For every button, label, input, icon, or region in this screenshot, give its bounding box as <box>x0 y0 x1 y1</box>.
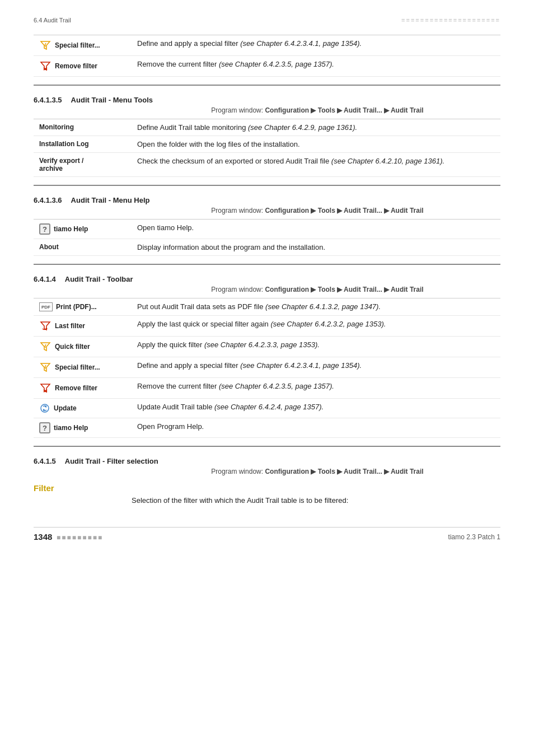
help-icon: ? <box>39 223 50 235</box>
menu-table-136: ? tiamo Help Open tiamo Help. About Disp… <box>34 219 500 256</box>
page-header: 6.4 Audit Trail ===================== <box>34 17 500 24</box>
pdf-icon: PDF <box>39 302 53 311</box>
table-row: PDF Print (PDF)... Put out Audit Trail d… <box>34 298 500 316</box>
monitoring-desc: Define Audit Trail table monitoring (see… <box>132 119 500 136</box>
program-window-142-bold: Configuration ▶ Tools ▶ Audit Trail... ▶… <box>265 468 423 475</box>
table-row: ? tiamo Help Open Program Help. <box>34 418 500 438</box>
section-heading-142: 6.4.1.5 Audit Trail - Filter selection <box>34 457 500 465</box>
svg-marker-13 <box>45 367 46 370</box>
remove-filter-desc-141: Remove the current filter (see Chapter 6… <box>132 378 500 399</box>
remove-filter-desc: Remove the current filter (see Chapter 6… <box>132 56 500 77</box>
section-heading-135: 6.4.1.3.5 Audit Trail - Menu Tools <box>34 96 500 104</box>
section-number-135: 6.4.1.3.5 <box>34 96 62 104</box>
section-number-136: 6.4.1.3.6 <box>34 196 62 204</box>
program-window-142: Program window: Configuration ▶ Tools ▶ … <box>34 468 500 475</box>
svg-marker-6 <box>41 322 50 330</box>
last-filter-desc: Apply the last quick or special filter a… <box>132 316 500 337</box>
table-row: Update Update Audit Trail table (see Cha… <box>34 399 500 418</box>
table-row: Special filter... Define and apply a spe… <box>34 357 500 378</box>
special-filter-desc: Define and apply a special filter (see C… <box>132 35 500 56</box>
monitoring-cell: Monitoring <box>34 119 132 136</box>
footer-dots: ■■■■■■■■■ <box>57 534 103 542</box>
verify-export-desc: Check the checksum of an exported or sto… <box>132 153 500 177</box>
program-window-141: Program window: Configuration ▶ Tools ▶ … <box>34 286 500 293</box>
remove-filter-cell-141: Remove filter <box>34 378 132 399</box>
table-row: Installation Log Open the folder with th… <box>34 136 500 153</box>
special-filter-cell: Special filter... <box>34 35 132 56</box>
section-number-142: 6.4.1.5 <box>34 457 56 465</box>
section-title-135: Audit Trail - Menu Tools <box>71 96 153 104</box>
last-filter-icon <box>39 320 51 332</box>
remove-filter-icon-2 <box>39 382 51 394</box>
page-number-area: 1348 ■■■■■■■■■ <box>34 532 103 542</box>
update-desc: Update Audit Trail table (see Chapter 6.… <box>132 399 500 418</box>
section-divider-136 <box>34 185 500 186</box>
update-icon <box>39 403 50 414</box>
installation-log-cell: Installation Log <box>34 136 132 153</box>
tiamo-help-desc: Open tiamo Help. <box>132 220 500 239</box>
installation-log-desc: Open the folder with the log files of th… <box>132 136 500 153</box>
last-filter-cell: Last filter <box>34 316 132 337</box>
print-pdf-desc: Put out Audit Trail data sets as PDF fil… <box>132 298 500 316</box>
header-left: 6.4 Audit Trail <box>34 17 71 24</box>
tiamo-help-cell-141: ? tiamo Help <box>34 418 132 438</box>
program-window-136-bold: Configuration ▶ Tools ▶ Audit Trail... ▶… <box>265 207 423 214</box>
table-row: Last filter Apply the last quick or spec… <box>34 316 500 337</box>
program-window-136: Program window: Configuration ▶ Tools ▶ … <box>34 207 500 214</box>
about-cell: About <box>34 239 132 256</box>
tiamo-help-desc-141: Open Program Help. <box>132 418 500 438</box>
tiamo-help-cell: ? tiamo Help <box>34 220 132 239</box>
verify-export-cell: Verify export /archive <box>34 153 132 177</box>
section-divider-142 <box>34 446 500 447</box>
help-icon-2: ? <box>39 422 50 433</box>
table-row: Quick filter Apply the quick filter (see… <box>34 337 500 357</box>
remove-filter-icon <box>39 60 51 72</box>
table-row: About Display information about the prog… <box>34 239 500 256</box>
svg-line-1 <box>45 43 46 45</box>
special-filter-cell-141: Special filter... <box>34 357 132 378</box>
remove-filter-cell: Remove filter <box>34 56 132 77</box>
page-footer: 1348 ■■■■■■■■■ tiamo 2.3 Patch 1 <box>34 527 500 542</box>
menu-table-141: PDF Print (PDF)... Put out Audit Trail d… <box>34 298 500 438</box>
svg-line-12 <box>45 365 46 367</box>
menu-table-135: Monitoring Define Audit Trail table moni… <box>34 119 500 177</box>
special-filter-desc-141: Define and apply a special filter (see C… <box>132 357 500 378</box>
table-row: Monitoring Define Audit Trail table moni… <box>34 119 500 136</box>
special-filter-icon-2 <box>39 361 51 374</box>
program-window-141-bold: Configuration ▶ Tools ▶ Audit Trail... ▶… <box>265 286 423 293</box>
table-row: Verify export /archive Check the checksu… <box>34 153 500 177</box>
program-window-135: Program window: Configuration ▶ Tools ▶ … <box>34 106 500 114</box>
filter-heading: Filter <box>34 483 500 493</box>
product-name: tiamo 2.3 Patch 1 <box>448 533 500 541</box>
page-number: 1348 <box>34 532 52 542</box>
table-row: Remove filter Remove the current filter … <box>34 56 500 77</box>
section-title-142: Audit Trail - Filter selection <box>65 457 158 465</box>
table-row: Remove filter Remove the current filter … <box>34 378 500 399</box>
header-dots: ===================== <box>401 17 500 24</box>
program-window-135-bold: Configuration ▶ Tools ▶ Audit Trail... ▶… <box>265 106 423 114</box>
table-row: ? tiamo Help Open tiamo Help. <box>34 220 500 239</box>
section-divider-141 <box>34 264 500 265</box>
special-filter-icon <box>39 39 51 52</box>
remove-filter-label: Remove filter <box>55 62 97 70</box>
section-number-141: 6.4.1.4 <box>34 275 56 283</box>
quick-filter-icon <box>39 340 51 353</box>
section-title-141: Audit Trail - Toolbar <box>65 275 133 283</box>
section-title-136: Audit Trail - Menu Help <box>71 196 150 204</box>
top-table: Special filter... Define and apply a spe… <box>34 35 500 77</box>
svg-line-9 <box>45 344 46 347</box>
about-desc: Display information about the program an… <box>132 239 500 256</box>
section-heading-136: 6.4.1.3.6 Audit Trail - Menu Help <box>34 196 500 204</box>
section-divider <box>34 85 500 86</box>
filter-description: Selection of the filter with which the A… <box>34 496 500 505</box>
svg-marker-10 <box>45 347 46 348</box>
quick-filter-desc: Apply the quick filter (see Chapter 6.4.… <box>132 337 500 357</box>
quick-filter-cell: Quick filter <box>34 337 132 357</box>
table-row: Special filter... Define and apply a spe… <box>34 35 500 56</box>
print-pdf-cell: PDF Print (PDF)... <box>34 298 132 316</box>
section-heading-141: 6.4.1.4 Audit Trail - Toolbar <box>34 275 500 283</box>
svg-marker-2 <box>45 45 46 48</box>
special-filter-label: Special filter... <box>55 41 100 49</box>
update-cell: Update <box>34 399 132 418</box>
